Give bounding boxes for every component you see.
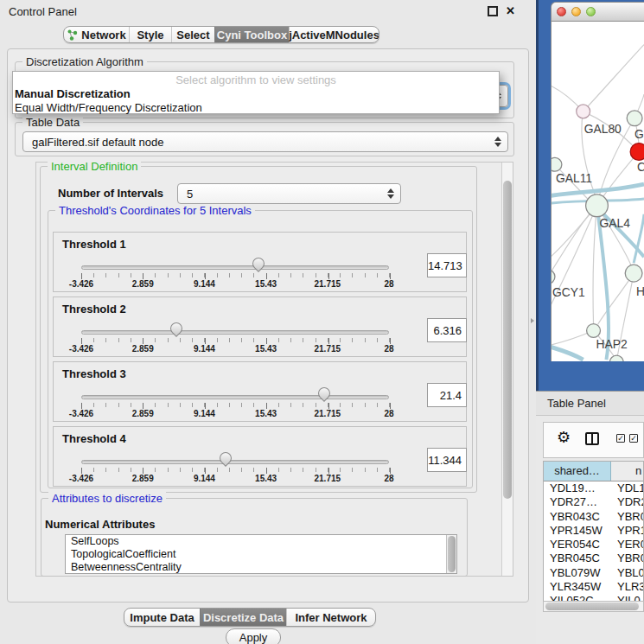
slider-ticks <box>81 338 390 344</box>
slider-thumb[interactable] <box>168 320 185 337</box>
attribute-item[interactable]: BetweennessCentrality <box>66 561 456 574</box>
tab-cyni-toolbox[interactable]: Cyni Toolbox <box>214 27 289 42</box>
tick-label: 21.715 <box>315 474 341 483</box>
list-scrollbar[interactable] <box>446 535 456 573</box>
tab-label: Infer Network <box>295 611 367 624</box>
table-cell: YBR043C <box>544 510 611 524</box>
node-pink[interactable] <box>577 105 590 118</box>
dropdown-hint-item[interactable]: Select algorithm to view settings <box>13 72 499 86</box>
table-row[interactable]: YPR145WYPR1 <box>544 524 643 538</box>
apply-button[interactable]: Apply <box>226 628 281 644</box>
table-data-selected: galFiltered.sif default node <box>23 136 163 149</box>
network-icon <box>67 29 78 41</box>
splitter-handle[interactable] <box>531 318 535 323</box>
threshold-3-panel: Threshold 3 -3.4262.8599.14415.4321.7152… <box>53 361 467 422</box>
tab-discretize-data[interactable]: Discretize Data <box>200 609 286 626</box>
table-cell: YIL052C <box>544 594 611 601</box>
node-selected-red[interactable] <box>630 143 644 161</box>
tick-label: 9.144 <box>194 474 215 483</box>
tick-label: 15.43 <box>255 474 277 483</box>
table-horizontal-scrollbar[interactable] <box>543 601 644 612</box>
network-window-titlebar[interactable] <box>551 2 644 22</box>
column-header-name[interactable]: n <box>611 462 643 481</box>
main-scrollbar[interactable] <box>501 163 513 576</box>
dropdown-option-manual[interactable]: Manual Discretization <box>13 86 499 100</box>
node-gal11[interactable] <box>551 157 562 171</box>
list-scrollbar-thumb[interactable] <box>448 536 456 572</box>
tick-label: -3.426 <box>69 279 93 289</box>
tick-label: -3.426 <box>69 474 93 483</box>
table-data-combobox[interactable]: galFiltered.sif default node <box>22 131 508 152</box>
network-canvas[interactable]: GAL80 G. C GAL11 GAL4 GCY1 H HAP2 <box>551 22 644 361</box>
table-row[interactable]: YLR345WYLR3 <box>544 580 643 594</box>
table-data-group: Table Data galFiltered.sif default node <box>15 122 514 156</box>
table-cell: YER0 <box>611 538 643 552</box>
close-icon[interactable]: ✕ <box>506 6 516 16</box>
table-row[interactable]: YIL052CYIL0 <box>544 594 643 601</box>
table-horizontal-scrollbar-thumb[interactable] <box>545 603 639 610</box>
threshold-label: Threshold 2 <box>62 303 126 316</box>
minimize-traffic-light-icon[interactable] <box>571 7 581 16</box>
split-columns-icon[interactable] <box>585 432 599 445</box>
tab-label: Network <box>81 29 125 41</box>
threshold-4-panel: Threshold 4 -3.4262.8599.14415.4321.7152… <box>53 426 467 487</box>
node-gal4[interactable] <box>586 194 609 217</box>
slider-thumb[interactable] <box>217 450 234 467</box>
table-cell: YPR145W <box>544 524 611 538</box>
node-label-gal11: GAL11 <box>556 171 592 185</box>
slider-thumb[interactable] <box>316 385 333 402</box>
threshold-value-field[interactable]: 21.4 <box>427 383 467 407</box>
table-row[interactable]: YBL079WYBL0 <box>544 566 643 580</box>
tab-jactivemnodules[interactable]: jActiveMNodules <box>289 27 379 42</box>
slider-thumb[interactable] <box>251 255 268 272</box>
tab-network[interactable]: Network <box>64 27 129 42</box>
checkbox-icon[interactable]: ✓ <box>616 434 625 443</box>
tab-label: Cyni Toolbox <box>217 29 287 41</box>
zoom-traffic-light-icon[interactable] <box>586 7 596 16</box>
node-bottom-partial[interactable] <box>609 355 623 361</box>
gear-icon[interactable]: ⚙ <box>557 430 571 445</box>
threshold-value-field[interactable]: 6.316 <box>427 318 467 342</box>
table-row[interactable]: YBR045CYBR0 <box>544 552 643 565</box>
attribute-item[interactable]: SelfLoops <box>66 535 456 548</box>
table-row[interactable]: YER054CYER0 <box>544 538 643 552</box>
tick-labels: -3.4262.8599.14415.4321.71528 <box>81 279 389 290</box>
table-cell: YBL0 <box>611 566 643 580</box>
main-scrollbar-thumb[interactable] <box>503 181 512 499</box>
threshold-value-field[interactable]: 11.344 <box>427 448 467 472</box>
tick-label: -3.426 <box>69 409 93 418</box>
threshold-label: Threshold 3 <box>62 367 126 380</box>
tick-label: 28 <box>384 279 393 289</box>
attribute-item[interactable]: TopologicalCoefficient <box>66 548 456 561</box>
dropdown-option-equal-width[interactable]: Equal Width/Frequency Discretization <box>13 100 499 114</box>
table-row[interactable]: YDR27…YDR2 <box>544 495 643 509</box>
node-hap2[interactable] <box>587 324 601 338</box>
tab-label: Select <box>176 29 209 41</box>
cyni-toolbox-panel: Discretization Algorithm Table Data galF… <box>7 48 529 603</box>
tab-infer-network[interactable]: Infer Network <box>286 609 375 626</box>
threshold-value-field[interactable]: 14.713 <box>427 253 467 277</box>
checkbox-icon[interactable]: ✓ <box>629 434 638 443</box>
node-right[interactable] <box>625 265 642 282</box>
float-window-icon[interactable] <box>488 6 498 16</box>
numerical-attributes-label: Numerical Attributes <box>45 518 155 531</box>
table-cell: YPR1 <box>611 524 643 538</box>
interval-definition-group: Interval Definition Number of Intervals … <box>40 166 477 493</box>
tick-label: 2.859 <box>132 474 154 483</box>
tick-label: 15.43 <box>255 279 277 289</box>
combo-stepper-icon <box>494 137 501 147</box>
table-row[interactable]: YBR043CYBR0 <box>544 510 643 524</box>
tab-select[interactable]: Select <box>171 27 214 42</box>
tick-label: 21.715 <box>315 409 341 418</box>
number-of-intervals-combobox[interactable]: 5 <box>177 183 401 204</box>
close-traffic-light-icon[interactable] <box>557 7 566 16</box>
tab-impute-data[interactable]: Impute Data <box>124 609 200 626</box>
node-gcy1[interactable] <box>551 270 555 284</box>
slider-ticks <box>81 468 390 474</box>
table-row[interactable]: YDL19…YDL1 <box>544 481 643 495</box>
column-header-shared-name[interactable]: shared… <box>544 462 611 481</box>
node-top-right[interactable] <box>627 111 642 126</box>
algorithm-dropdown-popup: Select algorithm to view settings Manual… <box>12 71 500 114</box>
node-label-partial-g: G. <box>634 127 644 141</box>
tab-style[interactable]: Style <box>129 27 171 42</box>
